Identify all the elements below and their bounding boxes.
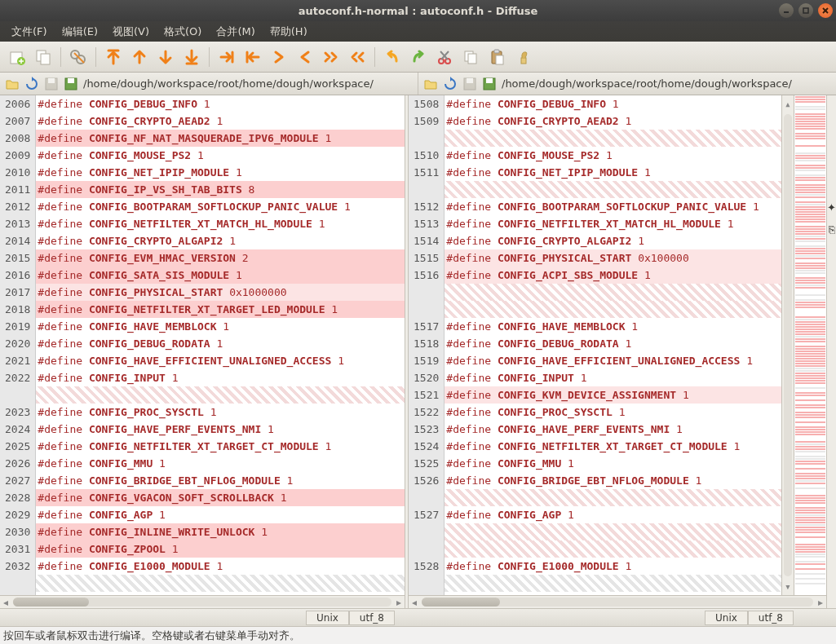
code-line[interactable] [445,523,781,540]
code-line[interactable] [445,181,781,198]
code-line[interactable]: #define CONFIG_AGP 1 [36,506,405,523]
code-line[interactable]: #define CONFIG_SATA_SIS_MODULE 1 [36,267,405,284]
saveas-right-button[interactable] [480,75,498,93]
maximize-button[interactable] [798,3,813,18]
code-line[interactable]: #define CONFIG_NETFILTER_XT_TARGET_CT_MO… [445,438,781,455]
tool-star-icon[interactable]: ✦ [827,201,836,214]
minimize-button[interactable] [779,3,794,18]
code-line[interactable] [445,301,781,318]
last-diff-button[interactable] [179,45,204,69]
redo-button[interactable] [406,45,431,69]
code-line[interactable] [445,575,781,592]
tool-lock-icon[interactable]: ⎘ [829,223,835,236]
next-diff-button[interactable] [153,45,178,69]
code-line[interactable]: #define CONFIG_AGP 1 [445,506,781,523]
code-line[interactable] [36,575,405,592]
menu-format[interactable]: 格式(O) [157,21,208,42]
code-line[interactable]: #define CONFIG_DEBUG_INFO 1 [36,95,405,112]
code-line[interactable]: #define CONFIG_PROC_SYSCTL 1 [445,404,781,421]
code-line[interactable]: #define CONFIG_IP_VS_SH_TAB_BITS 8 [36,181,405,198]
code-line[interactable]: #define CONFIG_CRYPTO_AEAD2 1 [36,112,405,130]
clear-button[interactable] [511,45,535,69]
undo-button[interactable] [380,45,405,69]
code-line[interactable]: #define CONFIG_INPUT 1 [36,369,405,386]
code-line[interactable]: #define CONFIG_MMU 1 [445,455,781,472]
menu-merge[interactable]: 合并(M) [210,21,261,42]
code-line[interactable]: #define CONFIG_NETFILTER_XT_TARGET_LED_M… [36,301,405,318]
prev-diff-button[interactable] [127,45,152,69]
code-line[interactable]: #define CONFIG_BRIDGE_EBT_NFLOG_MODULE 1 [445,472,781,489]
save-left-button[interactable] [42,75,60,93]
code-line[interactable]: #define CONFIG_MOUSE_PS2 1 [445,147,781,164]
menu-view[interactable]: 视图(V) [106,21,156,42]
new-tab-button[interactable] [5,45,29,69]
code-line[interactable]: #define CONFIG_CRYPTO_ALGAPI2 1 [445,232,781,249]
copy-right-button[interactable] [267,45,291,69]
code-line[interactable]: #define CONFIG_ACPI_SBS_MODULE 1 [445,267,781,284]
code-line[interactable]: #define CONFIG_HAVE_EFFICIENT_UNALIGNED_… [445,352,781,369]
code-area-right[interactable]: 1508150915101511151215131514151515161517… [409,95,826,595]
code-line[interactable]: #define CONFIG_PHYSICAL_START 0x100000 [445,249,781,267]
merge-both-r-button[interactable] [319,45,343,69]
code-line[interactable]: #define CONFIG_NF_NAT_MASQUERADE_IPV6_MO… [36,130,405,147]
code-line[interactable]: #define CONFIG_KVM_DEVICE_ASSIGNMENT 1 [445,386,781,404]
encoding-right[interactable]: utf_8 [748,611,794,625]
first-diff-button[interactable] [101,45,126,69]
encoding-left[interactable]: utf_8 [349,611,395,625]
code-line[interactable]: #define CONFIG_VGACON_SOFT_SCROLLBACK 1 [36,489,405,506]
eol-left[interactable]: Unix [306,611,349,625]
code-line[interactable]: #define CONFIG_PHYSICAL_START 0x1000000 [36,284,405,301]
code-line[interactable] [36,386,405,404]
hscroll-right[interactable]: ◂ ▸ [409,595,826,608]
code-line[interactable]: #define CONFIG_NET_IPIP_MODULE 1 [36,164,405,181]
path-right[interactable]: /home/dough/workspace/root/home/dough/wo… [500,77,833,90]
code-line[interactable]: #define CONFIG_INLINE_WRITE_UNLOCK 1 [36,523,405,540]
code-line[interactable]: #define CONFIG_NET_IPIP_MODULE 1 [445,164,781,181]
paste-button[interactable] [484,45,509,69]
realign-button[interactable] [66,45,91,69]
code-line[interactable]: #define CONFIG_E1000_MODULE 1 [445,558,781,575]
code-line[interactable]: #define CONFIG_HAVE_PERF_EVENTS_NMI 1 [445,421,781,438]
reload-left-button[interactable] [23,75,41,93]
merge-both-l-button[interactable] [345,45,369,69]
code-line[interactable]: #define CONFIG_BOOTPARAM_SOFTLOCKUP_PANI… [445,198,781,215]
cut-button[interactable] [432,45,457,69]
menu-help[interactable]: 帮助(H) [263,21,314,42]
open-left-button[interactable] [3,75,21,93]
code-line[interactable]: #define CONFIG_NETFILTER_XT_MATCH_HL_MOD… [445,215,781,232]
code-line[interactable]: #define CONFIG_PROC_SYSCTL 1 [36,404,405,421]
code-area-left[interactable]: 2006200720082009201020112012201320142015… [0,95,405,595]
code-line[interactable] [445,489,781,506]
saveas-left-button[interactable] [62,75,80,93]
code-line[interactable] [445,540,781,558]
code-line[interactable]: #define CONFIG_HAVE_MEMBLOCK 1 [36,318,405,335]
code-line[interactable]: #define CONFIG_E1000_MODULE 1 [36,558,405,575]
code-line[interactable]: #define CONFIG_HAVE_PERF_EVENTS_NMI 1 [36,421,405,438]
hscroll-left[interactable]: ◂ ▸ [0,595,405,608]
code-line[interactable]: #define CONFIG_INPUT 1 [445,369,781,386]
code-line[interactable]: #define CONFIG_HAVE_MEMBLOCK 1 [445,318,781,335]
code-line[interactable] [445,130,781,147]
code-line[interactable]: #define CONFIG_MMU 1 [36,455,405,472]
open-right-button[interactable] [422,75,440,93]
code-line[interactable]: #define CONFIG_HAVE_EFFICIENT_UNALIGNED_… [36,352,405,369]
code-line[interactable]: #define CONFIG_CRYPTO_AEAD2 1 [445,112,781,130]
code-line[interactable]: #define CONFIG_DEBUG_RODATA 1 [36,335,405,352]
code-line[interactable]: #define CONFIG_DEBUG_INFO 1 [445,95,781,112]
copy-left-button[interactable] [293,45,317,69]
push-left-button[interactable] [241,45,265,69]
code-line[interactable]: #define CONFIG_DEBUG_RODATA 1 [445,335,781,352]
menu-edit[interactable]: 编辑(E) [55,21,104,42]
code-line[interactable]: #define CONFIG_CRYPTO_ALGAPI2 1 [36,232,405,249]
save-right-button[interactable] [461,75,479,93]
code-line[interactable]: #define CONFIG_NETFILTER_XT_MATCH_HL_MOD… [36,215,405,232]
code-line[interactable]: #define CONFIG_NETFILTER_XT_TARGET_CT_MO… [36,438,405,455]
menu-file[interactable]: 文件(F) [5,21,54,42]
eol-right[interactable]: Unix [705,611,748,625]
code-line[interactable]: #define CONFIG_MOUSE_PS2 1 [36,147,405,164]
copy-button[interactable] [31,45,55,69]
push-right-button[interactable] [215,45,239,69]
path-left[interactable]: /home/dough/workspace/root/home/dough/wo… [82,77,414,90]
code-line[interactable]: #define CONFIG_ZPOOL 1 [36,540,405,558]
code-line[interactable]: #define CONFIG_EVM_HMAC_VERSION 2 [36,249,405,267]
